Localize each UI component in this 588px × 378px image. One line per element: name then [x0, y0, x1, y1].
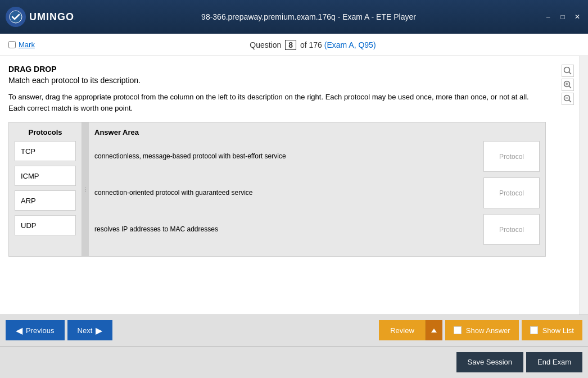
logo-icon [6, 7, 26, 27]
content-area: DRAG DROP Match each protocol to its des… [0, 56, 588, 315]
protocols-panel: Protocols TCP ICMP ARP UDP [9, 122, 82, 256]
show-answer-label: Show Answer [466, 326, 510, 335]
show-answer-button[interactable]: Show Answer [445, 320, 519, 340]
zoom-in-button[interactable] [562, 79, 574, 91]
answer-description-2: connection-oriented protocol with guaran… [94, 188, 478, 198]
question-type: DRAG DROP [8, 65, 546, 74]
bottom-nav: ◀ Previous Next ▶ Review Show Answer Sho… [0, 315, 588, 378]
logo: UMINGO [6, 7, 74, 27]
svg-line-6 [569, 86, 571, 88]
show-list-button[interactable]: Show List [522, 320, 582, 340]
save-session-label: Save Session [468, 358, 513, 366]
review-arrow-icon [431, 329, 437, 333]
answer-row-2: connection-oriented protocol with guaran… [94, 177, 540, 208]
protocols-header: Protocols [15, 128, 76, 136]
end-exam-button[interactable]: End Exam [526, 352, 582, 372]
mark-checkbox[interactable] [8, 41, 16, 48]
answer-description-1: connectionless, message-based protocol w… [94, 152, 478, 161]
mark-container: Mark [8, 40, 35, 49]
logo-text: UMINGO [29, 11, 74, 23]
nav-row1: ◀ Previous Next ▶ Review Show Answer Sho… [0, 315, 588, 347]
answer-area-panel: Answer Area connectionless, message-base… [89, 122, 545, 256]
drag-drop-container: Protocols TCP ICMP ARP UDP · · · Answer … [8, 122, 546, 257]
previous-arrow-icon: ◀ [16, 325, 22, 336]
svg-line-9 [569, 100, 571, 102]
question-number: 8 [285, 40, 296, 50]
close-button[interactable]: ✕ [572, 12, 582, 22]
answer-drop-2[interactable]: Protocol [483, 177, 540, 208]
window-title: 98-366.prepaway.premium.exam.176q - Exam… [74, 12, 543, 21]
window-controls: – □ ✕ [543, 12, 582, 22]
next-button[interactable]: Next ▶ [67, 320, 113, 340]
protocol-tcp[interactable]: TCP [15, 141, 76, 161]
next-label: Next [78, 326, 93, 335]
titlebar: UMINGO 98-366.prepaway.premium.exam.176q… [0, 0, 588, 34]
previous-label: Previous [26, 326, 55, 335]
zoom-out-button[interactable] [562, 93, 574, 105]
zoom-controls [562, 65, 574, 105]
zoom-search-button[interactable] [562, 65, 574, 77]
end-exam-label: End Exam [537, 358, 571, 366]
protocol-icmp[interactable]: ICMP [15, 166, 76, 186]
answer-row-3: resolves IP addresses to MAC addresses P… [94, 214, 540, 245]
maximize-button[interactable]: □ [558, 12, 568, 22]
answer-description-3: resolves IP addresses to MAC addresses [94, 225, 478, 234]
show-list-label: Show List [542, 326, 574, 335]
show-list-checkbox-icon [530, 326, 538, 334]
protocol-arp[interactable]: ARP [15, 190, 76, 211]
review-group: Review [379, 320, 442, 340]
answer-row-1: connectionless, message-based protocol w… [94, 141, 540, 172]
question-panel: DRAG DROP Match each protocol to its des… [0, 56, 580, 315]
mark-label[interactable]: Mark [19, 40, 35, 49]
answer-drop-1[interactable]: Protocol [483, 141, 540, 172]
review-dropdown-button[interactable] [426, 320, 442, 340]
svg-line-2 [569, 72, 571, 74]
topbar: Mark Question 8 of 176 (Exam A, Q95) [0, 34, 588, 56]
nav-row2: Save Session End Exam [0, 347, 588, 378]
question-exam: (Exam A, Q95) [324, 40, 376, 49]
question-total: of 176 [300, 40, 322, 49]
show-answer-checkbox-icon [454, 326, 462, 334]
review-button[interactable]: Review [379, 320, 426, 340]
drag-divider[interactable]: · · · [82, 122, 89, 256]
protocol-udp[interactable]: UDP [15, 215, 76, 235]
next-arrow-icon: ▶ [96, 325, 102, 336]
drag-divider-dots: · · · [83, 187, 89, 192]
minimize-button[interactable]: – [543, 12, 553, 22]
question-label: Question [250, 40, 281, 49]
save-session-button[interactable]: Save Session [456, 352, 524, 372]
svg-point-0 [10, 11, 22, 23]
question-subtitle: Match each protocol to its description. [8, 76, 546, 85]
question-instructions: To answer, drag the appropriate protocol… [8, 92, 546, 113]
review-label: Review [390, 326, 414, 335]
previous-button[interactable]: ◀ Previous [6, 320, 65, 340]
answer-drop-3[interactable]: Protocol [483, 214, 540, 245]
scrollbar[interactable] [580, 56, 588, 315]
question-info: Question 8 of 176 (Exam A, Q95) [46, 40, 580, 50]
answer-area-header: Answer Area [94, 128, 540, 136]
